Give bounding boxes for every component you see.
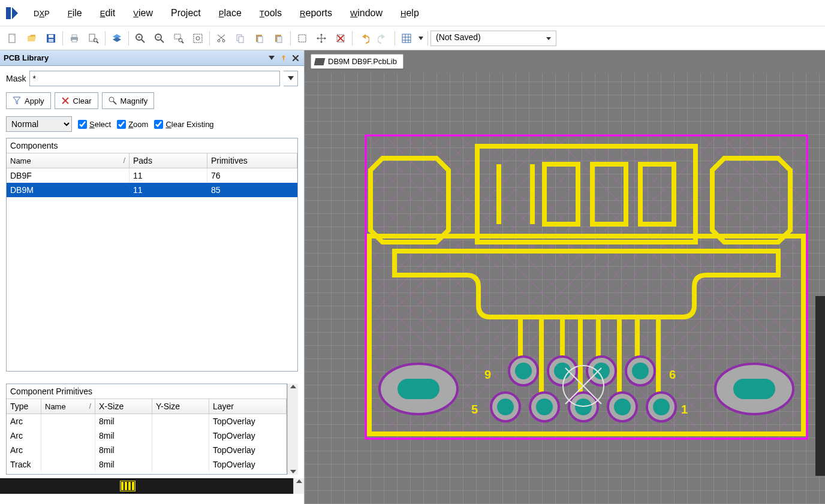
zoom-in-button[interactable]: [131, 30, 149, 47]
pad-label-6: 6: [669, 368, 676, 382]
grid-button[interactable]: [398, 30, 415, 47]
col-name[interactable]: Name /: [7, 153, 130, 168]
svg-marker-41: [320, 41, 323, 43]
col-ysize[interactable]: Y-Size: [152, 399, 209, 414]
redo-icon: [378, 33, 389, 44]
editor-area[interactable]: DB9M DB9F.PcbLib: [305, 50, 825, 504]
duplicate-button[interactable]: [270, 30, 288, 47]
cell-prim: 76: [207, 168, 297, 183]
strip-scroll-up[interactable]: [293, 478, 304, 494]
mode-select[interactable]: Normal: [6, 116, 72, 132]
menu-window[interactable]: Window: [342, 4, 391, 22]
pcb-canvas[interactable]: 9 6 5 1: [305, 73, 825, 504]
table-row[interactable]: Arc8milTopOverlay: [7, 443, 287, 457]
undo-button[interactable]: [355, 30, 373, 47]
components-header[interactable]: Name / Pads Primitives: [7, 153, 297, 168]
preview-button[interactable]: [85, 30, 103, 47]
menu-file[interactable]: FFileile: [59, 4, 91, 22]
footprint-drawing: [365, 134, 808, 440]
toolbar-separator: [290, 31, 291, 46]
col-name[interactable]: Name /: [41, 399, 95, 414]
select-button[interactable]: [293, 30, 311, 47]
magnify-button[interactable]: Magnify: [102, 92, 155, 109]
zoom-fit-button[interactable]: [189, 30, 207, 47]
redo-button[interactable]: [374, 30, 392, 47]
copy-button[interactable]: [231, 30, 249, 47]
menu-dxp[interactable]: DXP: [25, 4, 58, 22]
app-icon: [5, 6, 19, 20]
svg-rect-34: [258, 37, 263, 43]
mask-dropdown[interactable]: [284, 71, 298, 86]
table-row[interactable]: DB9M 11 85: [7, 183, 297, 197]
svg-point-104: [497, 399, 514, 415]
col-type[interactable]: Type: [7, 399, 41, 414]
saved-config-combo[interactable]: (Not Saved): [430, 31, 556, 46]
table-row[interactable]: DB9F 11 76: [7, 168, 297, 183]
folder-open-icon: [26, 33, 37, 44]
deselect-button[interactable]: [332, 30, 350, 47]
svg-rect-5: [49, 35, 53, 38]
cut-button[interactable]: [212, 30, 230, 47]
svg-rect-37: [299, 35, 306, 42]
document-tab[interactable]: DB9M DB9F.PcbLib: [311, 54, 404, 69]
scroll-up-icon: [290, 385, 296, 388]
toolbar-separator: [105, 31, 106, 46]
zoom-out-icon: [154, 33, 165, 44]
layers-button[interactable]: [108, 30, 126, 47]
menu-place[interactable]: Place: [210, 4, 250, 22]
svg-point-28: [222, 40, 225, 42]
table-row[interactable]: Arc8milTopOverlay: [7, 428, 287, 443]
svg-rect-8: [72, 35, 77, 37]
zoom-out-button[interactable]: [150, 30, 168, 47]
magnifier-page-icon: [88, 33, 99, 44]
open-button[interactable]: [23, 30, 41, 47]
menu-bar: DXP FFileile Edit View Project Place Too…: [0, 0, 825, 26]
clear-existing-checkbox[interactable]: Clear Existing: [154, 120, 213, 129]
primitives-title: Component Primitives: [7, 384, 287, 399]
primitives-header[interactable]: Type Name / X-Size Y-Size Layer: [7, 399, 287, 414]
svg-point-26: [196, 37, 200, 40]
col-primitives[interactable]: Primitives: [207, 153, 297, 168]
svg-line-12: [97, 41, 98, 43]
menu-view[interactable]: View: [125, 4, 161, 22]
menu-project[interactable]: Project: [162, 4, 209, 22]
scissors-icon: [216, 33, 227, 44]
svg-line-63: [113, 101, 116, 104]
zoom-area-button[interactable]: [170, 30, 188, 47]
col-layer[interactable]: Layer: [209, 399, 287, 414]
grid-dropdown[interactable]: [417, 30, 425, 47]
primitives-scrollbar[interactable]: [287, 384, 298, 475]
toolbar-separator: [427, 31, 428, 46]
print-button[interactable]: [65, 30, 83, 47]
menu-help[interactable]: Help: [392, 4, 427, 22]
panel-dropdown-icon[interactable]: [267, 53, 276, 63]
apply-button[interactable]: Apply: [6, 92, 51, 109]
components-title: Components: [7, 138, 297, 153]
toolbar-separator: [209, 31, 210, 46]
move-button[interactable]: [312, 30, 330, 47]
layer-strip[interactable]: [0, 478, 293, 494]
mask-input[interactable]: [29, 71, 280, 86]
col-xsize[interactable]: X-Size: [95, 399, 152, 414]
zoom-area-icon: [173, 33, 184, 44]
col-pads[interactable]: Pads: [130, 153, 207, 168]
panel-pin-icon[interactable]: [279, 53, 288, 63]
save-button[interactable]: [42, 30, 60, 47]
table-row[interactable]: Track8milTopOverlay: [7, 457, 287, 472]
magnify-icon: [109, 96, 117, 105]
panel-close-icon[interactable]: [291, 53, 300, 63]
menu-tools[interactable]: Tools: [251, 4, 290, 22]
clear-button[interactable]: Clear: [55, 92, 98, 109]
svg-rect-49: [402, 34, 411, 43]
svg-rect-32: [239, 37, 243, 43]
select-checkbox[interactable]: Select: [78, 120, 111, 129]
duplicate-icon: [273, 33, 284, 44]
paste-button[interactable]: [251, 30, 269, 47]
new-file-button[interactable]: [4, 30, 22, 47]
svg-line-20: [161, 40, 164, 43]
menu-reports[interactable]: Reports: [291, 4, 341, 22]
zoom-checkbox[interactable]: Zoom: [117, 120, 148, 129]
menu-edit[interactable]: Edit: [92, 4, 124, 22]
table-row[interactable]: Arc8milTopOverlay: [7, 414, 287, 428]
funnel-icon: [13, 96, 21, 105]
